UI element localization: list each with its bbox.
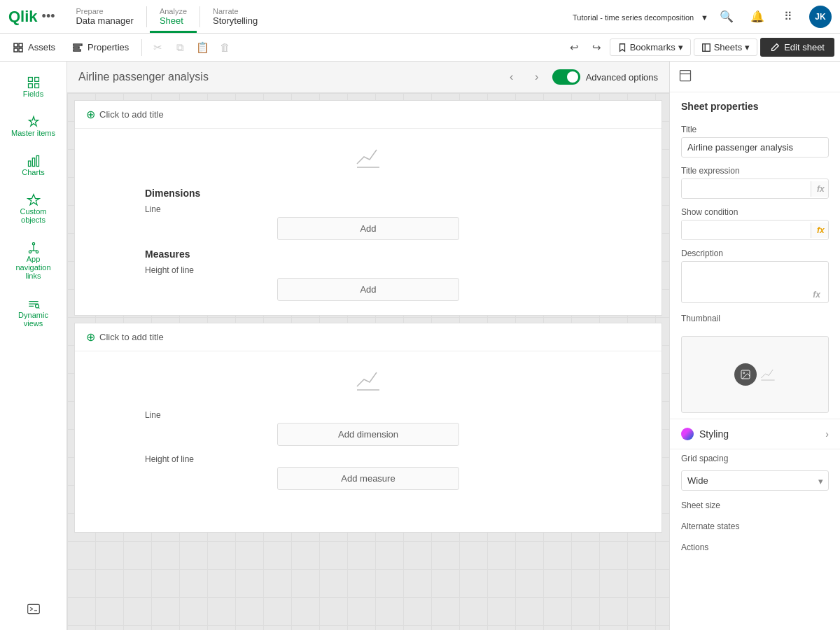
left-sidebar: Fields Master items Charts Custom object… (0, 62, 67, 630)
properties-button[interactable]: Properties (65, 39, 136, 56)
sidebar-item-app-nav[interactable]: App navigation links (6, 234, 62, 287)
custom-objects-label: Custom objects (11, 207, 56, 224)
paste-button[interactable]: 📋 (192, 38, 212, 57)
svg-rect-12 (34, 84, 38, 88)
alternate-states-row: Alternate states (670, 517, 840, 538)
sheets-label: Sheets (714, 42, 742, 52)
sidebar-item-fields[interactable]: Fields (6, 69, 62, 105)
title-expression-input[interactable] (682, 179, 811, 198)
toolbar-right: ↩ ↪ Bookmarks ▾ Sheets ▾ Edit sheet (565, 38, 834, 57)
nav-analyze-sheet[interactable]: Analyze Sheet (150, 0, 197, 33)
sheet-card-2-header[interactable]: ⊕ Click to add title (75, 323, 662, 351)
styling-color-icon (681, 428, 694, 440)
svg-rect-13 (28, 161, 30, 167)
add-dimension-button-1[interactable]: Add (277, 217, 459, 240)
show-condition-input[interactable] (682, 220, 811, 239)
assets-icon (13, 42, 24, 53)
advanced-options-label: Advanced options (586, 72, 658, 83)
sheet-properties-title: Sheet properties (670, 92, 840, 120)
svg-rect-7 (702, 43, 710, 51)
charts-icon (27, 154, 41, 168)
show-condition-row: Show condition fx (670, 203, 840, 244)
sidebar-item-custom-objects[interactable]: Custom objects (6, 186, 62, 231)
title-input[interactable] (681, 137, 829, 158)
actions-label: Actions (681, 542, 829, 552)
search-button[interactable]: 🔍 (714, 4, 739, 29)
chart-placeholder-icon-2 (354, 365, 382, 399)
grid-spacing-select-wrap: Wide Medium Narrow ▾ (681, 470, 829, 491)
app-title[interactable]: Tutorial - time series decomposition ▼ (568, 11, 708, 22)
copy-button[interactable]: ⧉ (170, 38, 190, 57)
sheets-icon (701, 43, 711, 52)
nav-separator-1 (146, 6, 147, 27)
thumbnail-photo-icon-bg (734, 363, 757, 386)
dynamic-views-icon (27, 297, 41, 311)
svg-rect-3 (19, 48, 22, 52)
grid-spacing-select[interactable]: Wide Medium Narrow (681, 470, 829, 491)
bookmarks-label: Bookmarks (630, 42, 676, 52)
add-measure-button-2[interactable]: Add measure (277, 467, 459, 490)
sheet-scroll-area[interactable]: ⊕ Click to add title Dimensions Line Add… (67, 93, 669, 630)
nav-narrate[interactable]: Narrate Storytelling (203, 0, 267, 33)
redo-button[interactable]: ↪ (587, 38, 607, 57)
svg-rect-14 (32, 158, 34, 167)
assets-label: Assets (28, 42, 55, 52)
styling-expand-icon: › (825, 428, 829, 440)
sheets-button[interactable]: Sheets ▾ (694, 38, 757, 56)
title-prop-row: Title (670, 120, 840, 162)
assets-button[interactable]: Assets (6, 39, 62, 56)
app-nav-label: App navigation links (11, 255, 56, 280)
canvas-prev-button[interactable]: ‹ (502, 67, 522, 87)
cut-button[interactable]: ✂ (148, 38, 167, 57)
grid-spacing-row: Grid spacing (670, 449, 840, 470)
add-measure-button-1[interactable]: Add (277, 278, 459, 301)
add-dimension-button-2[interactable]: Add dimension (277, 423, 459, 446)
title-expression-fx-button[interactable]: fx (811, 181, 829, 197)
sidebar-item-charts[interactable]: Charts (6, 147, 62, 183)
sidebar-item-dynamic-views[interactable]: Dynamic views (6, 290, 62, 335)
svg-point-22 (35, 304, 38, 308)
styling-row[interactable]: Styling › (670, 419, 840, 449)
show-condition-fx-button[interactable]: fx (811, 223, 829, 238)
advanced-options-toggle[interactable]: Advanced options (552, 69, 658, 85)
dimension-field-label-1: Line (145, 204, 161, 214)
canvas-header: Airline passenger analysis ‹ › Advanced … (67, 62, 669, 93)
toolbar-divider-1 (141, 39, 142, 56)
sidebar-item-terminal[interactable] (6, 595, 62, 623)
advanced-options-switch[interactable] (552, 69, 580, 85)
bookmarks-button[interactable]: Bookmarks ▾ (610, 38, 691, 56)
photo-icon (740, 369, 751, 380)
sidebar-item-master-items[interactable]: Master items (6, 108, 62, 144)
edit-icon (770, 43, 780, 52)
panel-sheet-icon (670, 62, 840, 92)
undo-button[interactable]: ↩ (565, 38, 584, 57)
nav-prepare[interactable]: Prepare Data manager (66, 0, 143, 33)
add-title-icon-1: ⊕ (86, 108, 95, 121)
app-nav-icon (27, 241, 41, 255)
sheet-size-label: Sheet size (681, 500, 829, 510)
thumbnail-row: Thumbnail (670, 309, 840, 330)
grid-apps-button[interactable]: ⠿ (776, 4, 801, 29)
delete-button[interactable]: 🗑 (215, 38, 234, 57)
fields-icon (27, 76, 41, 90)
properties-icon (72, 42, 83, 53)
qlik-logo[interactable]: Qlik ••• (8, 8, 55, 26)
thumbnail-area[interactable] (681, 336, 829, 413)
sheet-card-2: ⊕ Click to add title Line Add dimension … (74, 323, 662, 533)
qlik-logo-text: Qlik (8, 8, 38, 26)
canvas-next-button[interactable]: › (527, 67, 547, 87)
notifications-button[interactable]: 🔔 (745, 4, 770, 29)
description-fx-button[interactable]: fx (807, 287, 826, 302)
edit-sheet-button[interactable]: Edit sheet (760, 38, 834, 57)
svg-rect-4 (74, 44, 82, 46)
app-title-chevron: ▼ (701, 13, 708, 22)
sheet-card-1-header[interactable]: ⊕ Click to add title (75, 101, 662, 129)
right-panel: Sheet properties Title Title expression … (669, 62, 840, 630)
add-title-label-2: Click to add title (99, 332, 164, 342)
title-expression-input-wrap: fx (681, 178, 829, 199)
measure-field-label-2: Height of line (145, 454, 194, 464)
sheets-chevron: ▾ (745, 42, 750, 52)
user-avatar[interactable]: JK (809, 6, 832, 28)
qlik-menu-icon[interactable]: ••• (42, 9, 55, 24)
thumbnail-icons (734, 363, 776, 386)
